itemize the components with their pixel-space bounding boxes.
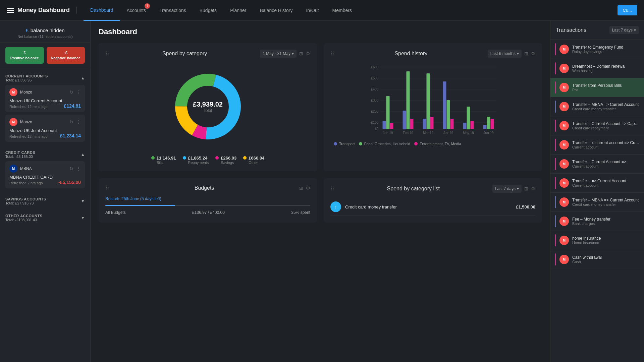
credit-cards-section: CREDIT CARDS Total: -£5,155.00 ▲ M MBNA … <box>0 144 90 188</box>
trans-name: Dreamhost – Domain renewal <box>572 64 639 69</box>
legend-dot <box>414 142 418 145</box>
trans-sub: Pot <box>572 88 639 92</box>
svg-text:£100: £100 <box>371 121 379 124</box>
legend-text: £1,146.91 Bills <box>157 156 176 165</box>
svg-rect-27 <box>430 117 434 129</box>
chevron-up-icon: ▲ <box>81 152 85 157</box>
transaction-item[interactable]: M Dreamhost – Domain renewal Web hosting <box>550 59 644 78</box>
transaction-item[interactable]: M Transfer – Current Account => Current … <box>550 155 644 174</box>
table-view-icon[interactable]: ⊞ <box>299 185 303 191</box>
budget-restart-text: Restarts 25th June (5 days left) <box>105 196 310 201</box>
savings-header[interactable]: SAVINGS ACCOUNTS Total: £27,916.73 ▼ <box>5 194 85 208</box>
bar-chart-legend: Transport Food, Groceries, Household Ent… <box>330 142 535 146</box>
transaction-item[interactable]: M Transfer from Personal Bills Pot <box>550 78 644 97</box>
more-button[interactable]: ⋮ <box>76 119 81 125</box>
account-row: Monzo UK Joint Account Refreshed 12 mins… <box>9 128 81 138</box>
trans-logo: M <box>559 255 569 264</box>
legend-dot <box>215 156 219 160</box>
settings-icon[interactable]: ⚙ <box>531 51 535 56</box>
current-accounts-section: CURRENT ACCOUNTS Total: £1,358.95 ▲ M Mo… <box>0 68 90 142</box>
period-button[interactable]: Last 7 days ▾ <box>492 185 522 193</box>
nav-budgets[interactable]: Budgets <box>193 0 223 21</box>
nav-inout[interactable]: In/Out <box>299 0 325 21</box>
trans-name: Transfer – 's current account => Current <box>572 140 639 145</box>
svg-rect-22 <box>403 111 406 129</box>
chevron-up-icon: ▲ <box>81 76 85 80</box>
svg-rect-31 <box>463 123 467 129</box>
legend-label: Entertainment, TV, Media <box>420 142 461 146</box>
drag-handle-icon[interactable]: ⠿ <box>105 51 109 57</box>
svg-rect-24 <box>410 119 414 129</box>
donut-chart-container: £3,939.02 Total £1,146.91 Bills <box>105 63 310 165</box>
widget-header: ⠿ Budgets ⊞ ⚙ <box>105 185 310 191</box>
trans-color-bar <box>555 43 556 55</box>
widget-header: ⠿ Spend by category 1 May - 31 May ▾ ⊞ ⚙ <box>105 50 310 58</box>
transaction-item[interactable]: M Fee – Money transfer Bank charges <box>550 212 644 231</box>
account-balance: -£5,155.00 <box>58 180 81 185</box>
transactions-filter-button[interactable]: Last 7 days ▾ <box>609 26 639 34</box>
transaction-item[interactable]: M Transfer – 's current account => Curre… <box>550 135 644 155</box>
savings-title: SAVINGS ACCOUNTS <box>5 197 46 201</box>
customize-button[interactable]: Cu... <box>618 5 637 15</box>
positive-balance-button[interactable]: £Positive balance <box>5 47 44 64</box>
category-amount: £1,500.00 <box>516 204 535 209</box>
nav-dashboard[interactable]: Dashboard <box>84 0 120 21</box>
refresh-button[interactable]: ↻ <box>69 89 73 95</box>
refresh-button[interactable]: ↻ <box>69 166 73 171</box>
period-button[interactable]: Last 6 months ▾ <box>488 50 522 58</box>
table-view-icon[interactable]: ⊞ <box>299 51 303 56</box>
transaction-item[interactable]: M Transfer to Emergency Fund Rainy day s… <box>550 40 644 59</box>
svg-rect-23 <box>407 71 410 129</box>
spend-by-category-widget: ⠿ Spend by category 1 May - 31 May ▾ ⊞ ⚙ <box>99 43 317 171</box>
category-list-item: ↕ Credit card money transfer £1,500.00 <box>330 198 535 216</box>
transaction-item[interactable]: M Transfer – MBNA => Current Account Cre… <box>550 97 644 116</box>
nav-balance-history[interactable]: Balance History <box>253 0 299 21</box>
settings-icon[interactable]: ⚙ <box>306 51 310 56</box>
table-view-icon[interactable]: ⊞ <box>524 186 528 191</box>
legend-item: Entertainment, TV, Media <box>414 142 461 146</box>
other-accounts-header[interactable]: OTHER ACCOUNTS Total: -£198,031.43 ▼ <box>5 211 85 225</box>
legend-text: £1,865.24 Repayments <box>188 156 209 165</box>
trans-info: Transfer – => Current Account Current ac… <box>572 179 639 187</box>
negative-balance-button[interactable]: -£Negative balance <box>47 47 85 64</box>
legend-label: Other <box>249 161 264 165</box>
category-icon: ↕ <box>330 201 341 212</box>
nav-planner[interactable]: Planner <box>223 0 253 21</box>
widget-controls: ⊞ ⚙ <box>299 185 310 191</box>
more-button[interactable]: ⋮ <box>76 89 81 95</box>
svg-text:£0: £0 <box>375 127 379 131</box>
trans-logo: M <box>559 140 569 149</box>
legend-item: £266.03 Savings <box>215 156 236 165</box>
hamburger-icon[interactable] <box>7 8 14 13</box>
chevron-down-icon: ▼ <box>81 216 85 220</box>
nav-members[interactable]: Members <box>326 0 359 21</box>
trans-info: Transfer to Emergency Fund Rainy day sav… <box>572 45 639 54</box>
nav-links: Dashboard Accounts 1 Transactions Budget… <box>84 0 359 21</box>
refresh-button[interactable]: ↻ <box>69 119 73 125</box>
transaction-item[interactable]: M Transfer – => Current Account Current … <box>550 174 644 193</box>
nav-transactions[interactable]: Transactions <box>153 0 193 21</box>
settings-icon[interactable]: ⚙ <box>306 185 310 191</box>
trans-name: Transfer – => Current Account <box>572 179 639 183</box>
trans-sub: Current account <box>572 145 639 149</box>
trans-color-bar <box>555 120 556 132</box>
trans-logo: M <box>559 178 569 188</box>
drag-handle-icon[interactable]: ⠿ <box>105 185 109 191</box>
transaction-item[interactable]: M Transfer – MBNA => Current Account Cre… <box>550 193 644 212</box>
current-accounts-header[interactable]: CURRENT ACCOUNTS Total: £1,358.95 ▲ <box>5 71 85 85</box>
drag-handle-icon[interactable]: ⠿ <box>330 186 334 192</box>
credit-cards-header[interactable]: CREDIT CARDS Total: -£5,155.00 ▲ <box>5 148 85 161</box>
more-button[interactable]: ⋮ <box>76 166 81 171</box>
table-view-icon[interactable]: ⊞ <box>524 51 528 56</box>
trans-color-bar <box>555 139 556 151</box>
transaction-item[interactable]: M home insurance Home insurance <box>550 231 644 250</box>
transaction-item[interactable]: M Transfer – Current Account => Capital … <box>550 116 644 135</box>
account-row: MBNA CREDIT CARD Refreshed 2 hrs ago -£5… <box>9 175 81 185</box>
trans-info: Transfer – MBNA => Current Account Credi… <box>572 198 639 206</box>
nav-accounts[interactable]: Accounts 1 <box>120 0 153 21</box>
transaction-item[interactable]: M Cash withdrawal Cash <box>550 250 644 269</box>
provider-name: Monzo <box>20 90 67 95</box>
date-range-button[interactable]: 1 May - 31 May ▾ <box>260 50 297 58</box>
drag-handle-icon[interactable]: ⠿ <box>330 51 334 57</box>
settings-icon[interactable]: ⚙ <box>531 186 535 191</box>
